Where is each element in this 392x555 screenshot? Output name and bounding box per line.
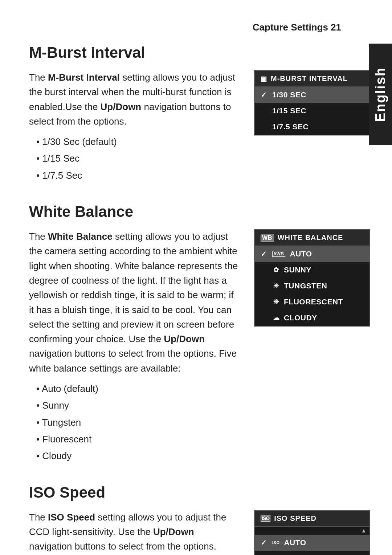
list-item: Fluorescent xyxy=(36,432,240,446)
cam-menu-header: ▣ M-BURST INTERVAL xyxy=(255,71,369,87)
list-item: 1/7.5 Sec xyxy=(36,168,240,183)
cam-menu-item[interactable]: ✓ISOAUTO xyxy=(255,535,369,551)
cam-menu-iso-speed: ISO ISO SPEED▲✓ISOAUTOISOISO 80ISOISO 10… xyxy=(254,510,370,555)
cam-menu-item[interactable]: ☁CLOUDY xyxy=(255,310,369,326)
checkmark-icon: ✓ xyxy=(261,90,269,99)
list-item: Auto (default) xyxy=(36,381,240,396)
page-header: Capture Settings 21 xyxy=(29,22,370,33)
cam-menu-m-burst-interval: ▣ M-BURST INTERVAL✓1/30 SEC1/15 SEC1/7.5… xyxy=(254,70,370,135)
section-heading-white-balance: White Balance xyxy=(29,203,370,220)
cam-menu-header: WB WHITE BALANCE xyxy=(255,230,369,246)
paragraph: The M-Burst Interval setting allows you … xyxy=(29,70,240,129)
bullet-list: Auto (default)SunnyTungstenFluorescentCl… xyxy=(29,381,240,463)
item-icon: ❊ xyxy=(272,298,280,306)
section-text-iso-speed: The ISO Speed setting allows you to adju… xyxy=(29,510,240,555)
cam-menu-item[interactable]: ✓1/30 SEC xyxy=(255,87,369,103)
list-item: Cloudy xyxy=(36,449,240,463)
scroll-up-indicator: ▲ xyxy=(255,527,369,535)
section-white-balance: White BalanceThe White Balance setting a… xyxy=(29,203,370,465)
prefix-icon: AWB xyxy=(272,251,285,257)
item-icon: ✳ xyxy=(272,282,280,290)
checkmark-icon: ✓ xyxy=(261,538,269,547)
cam-menu-item[interactable]: ✿SUNNY xyxy=(255,262,369,278)
page-container: English Capture Settings 21 M-Burst Inte… xyxy=(0,0,392,555)
cam-menu-item[interactable]: 1/15 SEC xyxy=(255,103,369,119)
list-item: Sunny xyxy=(36,398,240,413)
section-content-m-burst-interval: The M-Burst Interval setting allows you … xyxy=(29,70,370,185)
item-icon: ✿ xyxy=(272,266,280,274)
page-header-text: Capture Settings 21 xyxy=(253,22,341,33)
cam-menu-item[interactable]: ❊FLUORESCENT xyxy=(255,294,369,310)
bullet-list: 1/30 Sec (default)1/15 Sec1/7.5 Sec xyxy=(29,134,240,183)
cam-menu-item[interactable]: ISOISO 80 xyxy=(255,551,369,555)
english-tab: English xyxy=(369,44,392,145)
paragraph: The White Balance setting allows you to … xyxy=(29,229,240,376)
list-item: 1/30 Sec (default) xyxy=(36,134,240,149)
checkmark-icon: ✓ xyxy=(261,250,269,258)
section-m-burst-interval: M-Burst IntervalThe M-Burst Interval set… xyxy=(29,44,370,185)
section-heading-m-burst-interval: M-Burst Interval xyxy=(29,44,370,61)
section-heading-iso-speed: ISO Speed xyxy=(29,484,370,501)
cam-menu-header: ISO ISO SPEED xyxy=(255,511,369,527)
list-item: 1/15 Sec xyxy=(36,151,240,166)
cam-menu-item[interactable]: ✓AWBAUTO xyxy=(255,246,369,262)
cam-menu-white-balance: WB WHITE BALANCE✓AWBAUTO✿SUNNY✳TUNGSTEN❊… xyxy=(254,229,370,327)
cam-menu-item[interactable]: ✳TUNGSTEN xyxy=(255,278,369,294)
prefix-icon: ISO xyxy=(272,540,279,545)
list-item: Tungsten xyxy=(36,415,240,430)
section-text-white-balance: The White Balance setting allows you to … xyxy=(29,229,240,465)
item-icon: ☁ xyxy=(272,314,280,322)
cam-menu-item[interactable]: 1/7.5 SEC xyxy=(255,119,369,135)
paragraph: The ISO Speed setting allows you to adju… xyxy=(29,510,240,555)
sections-container: M-Burst IntervalThe M-Burst Interval set… xyxy=(29,44,370,555)
section-iso-speed: ISO SpeedThe ISO Speed setting allows yo… xyxy=(29,484,370,555)
section-content-white-balance: The White Balance setting allows you to … xyxy=(29,229,370,465)
section-content-iso-speed: The ISO Speed setting allows you to adju… xyxy=(29,510,370,555)
section-text-m-burst-interval: The M-Burst Interval setting allows you … xyxy=(29,70,240,185)
